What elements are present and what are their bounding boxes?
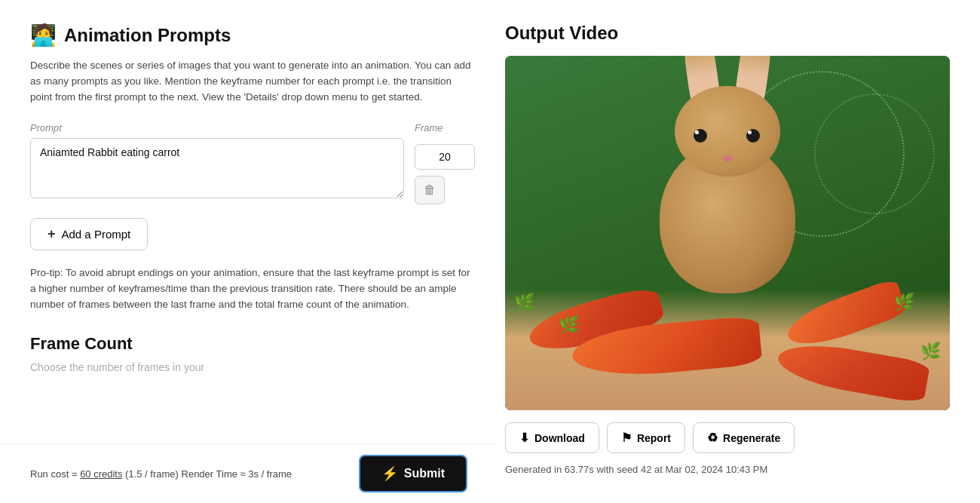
rabbit-eye-right	[746, 129, 760, 143]
carrot-3	[774, 337, 930, 404]
delete-prompt-button[interactable]: 🗑	[415, 176, 445, 204]
download-button[interactable]: ⬇ Download	[505, 422, 599, 453]
carrot-top-3: 🌿	[920, 342, 941, 361]
frame-count-title: Frame Count	[30, 334, 475, 354]
carrot-top-1: 🌿	[514, 293, 534, 312]
carrot-4	[782, 278, 908, 354]
frame-label: Frame	[415, 122, 475, 133]
carrot-group: 🌿 🌿 🌿 🌿	[505, 259, 950, 410]
rabbit-nose	[723, 155, 732, 161]
protip-text: Pro-tip: To avoid abrupt endings on your…	[30, 265, 475, 313]
action-buttons: ⬇ Download ⚑ Report ♻ Regenerate	[505, 422, 950, 453]
frame-count-placeholder: Choose the number of frames in your	[30, 361, 475, 373]
prompt-row: Prompt Aniamted Rabbit eating carrot Fra…	[30, 122, 475, 204]
download-icon: ⬇	[519, 431, 529, 445]
page-title-icon: 🧑‍💻	[30, 23, 57, 48]
output-image: 🌿 🌿 🌿 🌿	[505, 56, 950, 410]
page-title: 🧑‍💻 Animation Prompts	[30, 23, 475, 48]
prompt-column: Prompt Aniamted Rabbit eating carrot	[30, 122, 404, 198]
prompt-label: Prompt	[30, 122, 404, 133]
dot-circle-2	[814, 94, 935, 214]
report-button[interactable]: ⚑ Report	[607, 422, 685, 453]
carrot-top-2: 🌿	[559, 315, 579, 335]
plus-icon: +	[47, 226, 56, 242]
add-prompt-button[interactable]: + Add a Prompt	[30, 218, 148, 250]
flag-icon: ⚑	[621, 431, 632, 445]
submit-button[interactable]: ⚡ Submit	[359, 455, 467, 492]
generated-info: Generated in 63.77s with seed 42 at Mar …	[505, 464, 950, 475]
bottom-bar: Run cost = 60 credits (1.5 / frame) Rend…	[0, 443, 498, 503]
frame-column: Frame 🗑	[415, 122, 475, 204]
carrot-top-4: 🌿	[894, 293, 914, 312]
description: Describe the scenes or series of images …	[30, 58, 475, 106]
left-panel: 🧑‍💻 Animation Prompts Describe the scene…	[30, 23, 475, 480]
output-video: 🌿 🌿 🌿 🌿	[505, 56, 950, 410]
run-cost: Run cost = 60 credits (1.5 / frame) Rend…	[30, 468, 292, 480]
rabbit-eye-left	[694, 129, 707, 143]
output-title: Output Video	[505, 23, 950, 44]
frame-input[interactable]	[415, 144, 475, 170]
regenerate-button[interactable]: ♻ Regenerate	[693, 422, 795, 453]
trash-icon: 🗑	[424, 183, 436, 197]
prompt-textarea[interactable]: Aniamted Rabbit eating carrot	[30, 138, 404, 198]
regenerate-icon: ♻	[707, 431, 718, 445]
submit-icon: ⚡	[381, 465, 398, 482]
credits-link[interactable]: 60 credits	[80, 468, 122, 480]
rabbit-head	[675, 86, 780, 176]
right-panel: Output Video	[505, 23, 950, 480]
